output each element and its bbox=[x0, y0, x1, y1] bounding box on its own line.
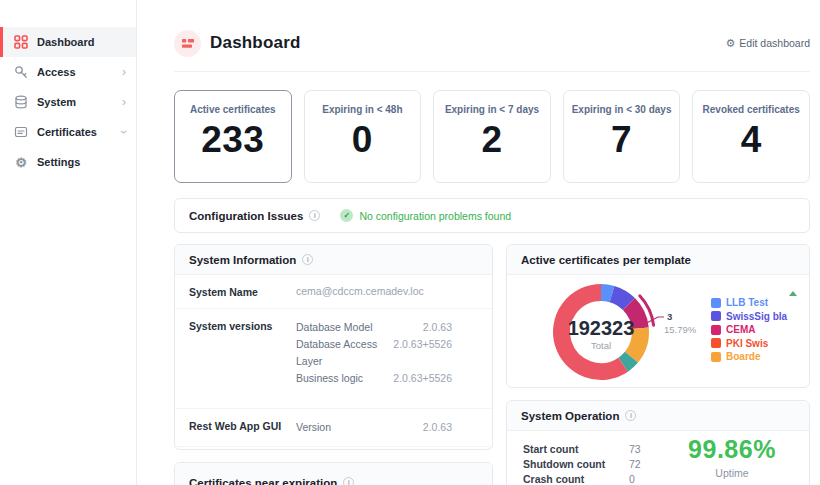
sidebar-item-dashboard[interactable]: Dashboard bbox=[0, 27, 136, 57]
certificates-per-template-title: Active certificates per template bbox=[521, 254, 691, 266]
legend-item-swisssig-bla[interactable]: SwissSig bla bbox=[711, 310, 787, 324]
stat-value: 7 bbox=[564, 119, 680, 161]
version-value: 2.0.63 bbox=[423, 319, 452, 336]
edit-dashboard-label: Edit dashboard bbox=[739, 37, 810, 49]
row-label: Crash count bbox=[523, 473, 629, 485]
row-value: 73 bbox=[629, 443, 641, 455]
page-header: Dashboard ⚙ Edit dashboard bbox=[174, 27, 810, 59]
legend-label: PKI Swis bbox=[726, 338, 768, 349]
version-value: 2.0.63+5526 bbox=[393, 370, 452, 387]
maintenance-mode-row: Maintenance Mode Disabled bbox=[175, 447, 492, 450]
stat-label: Revoked certificates bbox=[693, 104, 809, 115]
row-label: Start count bbox=[523, 443, 629, 455]
stat-label: Expiring in < 30 days bbox=[564, 104, 680, 115]
legend-label: CEMA bbox=[726, 324, 755, 335]
legend-item-boarde[interactable]: Boarde bbox=[711, 350, 787, 364]
donut-segment[interactable] bbox=[612, 294, 629, 304]
legend-item-cema[interactable]: CEMA bbox=[711, 323, 787, 337]
header-divider bbox=[174, 71, 810, 72]
stat-value: 0 bbox=[305, 119, 421, 161]
stat-card-revoked-certificates[interactable]: Revoked certificates 4 bbox=[692, 90, 810, 183]
stat-card-expiring-30d[interactable]: Expiring in < 30 days 7 bbox=[563, 90, 681, 183]
stat-label: Expiring in < 48h bbox=[305, 104, 421, 115]
version-name: Business logic bbox=[296, 370, 363, 387]
system-information-header: System Information i bbox=[175, 245, 492, 275]
stat-label: Active certificates bbox=[175, 104, 291, 115]
donut-segment[interactable] bbox=[601, 293, 612, 295]
stat-value: 4 bbox=[693, 119, 809, 161]
dashboard-title-icon bbox=[174, 30, 201, 57]
check-circle-icon: ✓ bbox=[340, 209, 353, 222]
info-icon[interactable]: i bbox=[625, 410, 636, 421]
stat-card-active-certificates[interactable]: Active certificates 233 bbox=[174, 90, 292, 183]
sidebar-item-settings[interactable]: ⚙ Settings bbox=[0, 147, 136, 177]
version-value: 2.0.63 bbox=[423, 419, 452, 436]
gui-entries: Version 2.0.63 bbox=[296, 419, 452, 436]
sidebar-item-certificates[interactable]: Certificates › bbox=[0, 117, 136, 147]
gear-icon: ⚙ bbox=[725, 38, 735, 49]
legend-swatch-icon bbox=[711, 298, 721, 308]
info-icon[interactable]: i bbox=[302, 254, 313, 265]
version-value: 2.0.63+5526 bbox=[393, 336, 452, 370]
annotation-dot bbox=[644, 321, 648, 325]
system-operation-title: System Operation bbox=[521, 410, 619, 422]
sidebar-item-label: System bbox=[37, 96, 76, 108]
legend-swatch-icon bbox=[711, 352, 721, 362]
version-entry: Version 2.0.63 bbox=[296, 419, 452, 436]
donut-total-label: Total bbox=[591, 340, 611, 351]
certificates-per-template-header: Active certificates per template bbox=[507, 245, 809, 275]
version-name: Database Model bbox=[296, 319, 372, 336]
sidebar-item-system[interactable]: System › bbox=[0, 87, 136, 117]
configuration-status: ✓ No configuration problems found bbox=[340, 209, 511, 222]
certificates-near-expiration-header: Certificates near expiration i bbox=[175, 463, 492, 485]
uptime-value: 99.86% bbox=[667, 435, 797, 464]
legend-swatch-icon bbox=[711, 338, 721, 348]
sidebar: Dashboard Access › System › bbox=[0, 0, 137, 485]
certificate-icon bbox=[14, 125, 28, 139]
page-title: Dashboard bbox=[210, 33, 301, 53]
certificates-per-template-panel: Active certificates per template 315.79%… bbox=[506, 244, 810, 388]
configuration-issues-title: Configuration Issues bbox=[189, 210, 303, 222]
chevron-right-icon: › bbox=[122, 96, 126, 108]
donut-chart-area: 315.79%192323Total LLB TestSwissSig blaC… bbox=[507, 275, 809, 388]
row-label: Rest Web App GUI bbox=[189, 419, 296, 432]
edit-dashboard-button[interactable]: ⚙ Edit dashboard bbox=[725, 37, 810, 49]
info-icon[interactable]: i bbox=[343, 477, 354, 485]
legend-label: SwissSig bla bbox=[726, 311, 787, 322]
sidebar-item-label: Settings bbox=[37, 156, 80, 168]
system-operation-body: Start count 73 Shutdown count 72 Crash c… bbox=[507, 431, 809, 485]
sidebar-item-label: Certificates bbox=[37, 126, 97, 138]
sidebar-item-access[interactable]: Access › bbox=[0, 57, 136, 87]
stats-row: Active certificates 233 Expiring in < 48… bbox=[174, 90, 810, 183]
legend-swatch-icon bbox=[711, 311, 721, 321]
system-information-title: System Information bbox=[189, 254, 296, 266]
database-icon bbox=[14, 95, 28, 109]
version-name: Database Access Layer bbox=[296, 336, 393, 370]
donut-segment[interactable] bbox=[623, 357, 631, 364]
chevron-down-icon: › bbox=[118, 130, 130, 134]
sidebar-item-label: Access bbox=[37, 66, 76, 78]
dashboard-grid-icon bbox=[14, 35, 28, 49]
version-name: Version bbox=[296, 419, 331, 436]
certificates-near-expiration-panel: Certificates near expiration i bbox=[174, 462, 493, 485]
stat-value: 2 bbox=[434, 119, 550, 161]
stat-label: Expiring in < 7 days bbox=[434, 104, 550, 115]
stat-card-expiring-48h[interactable]: Expiring in < 48h 0 bbox=[304, 90, 422, 183]
stat-card-expiring-7d[interactable]: Expiring in < 7 days 2 bbox=[433, 90, 551, 183]
legend-scroll-up-icon[interactable] bbox=[789, 291, 797, 296]
row-label: System Name bbox=[189, 285, 296, 298]
legend-item-pki-swis[interactable]: PKI Swis bbox=[711, 337, 787, 351]
system-name-row: System Name cema@cdccm.cemadev.loc bbox=[175, 275, 492, 309]
chevron-right-icon: › bbox=[122, 66, 126, 78]
system-information-panel: System Information i System Name cema@cd… bbox=[174, 244, 493, 450]
configuration-status-text: No configuration problems found bbox=[359, 210, 511, 222]
row-value: 0 bbox=[629, 473, 635, 485]
system-versions-row: System versions Database Model 2.0.63 Da… bbox=[175, 309, 492, 409]
system-operation-header: System Operation i bbox=[507, 401, 809, 431]
uptime-block: 99.86% Uptime bbox=[667, 435, 797, 479]
gear-icon: ⚙ bbox=[14, 155, 28, 169]
legend-item-llb-test[interactable]: LLB Test bbox=[711, 296, 787, 310]
info-icon[interactable]: i bbox=[309, 210, 320, 221]
version-entry: Business logic 2.0.63+5526 bbox=[296, 370, 452, 387]
annotation-percent: 15.79% bbox=[664, 324, 697, 335]
